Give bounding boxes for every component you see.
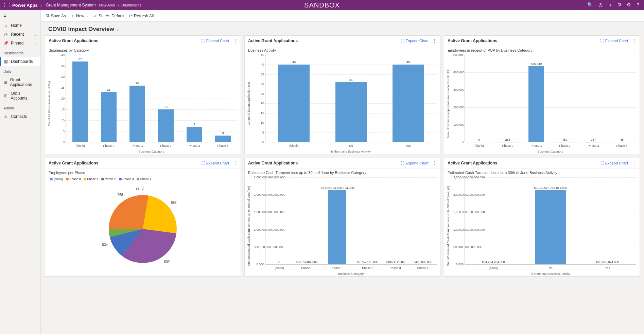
- x-axis-label: Business Category: [66, 150, 237, 153]
- sidebar-item-pinned[interactable]: 📌 Pinned ⌄: [0, 39, 40, 48]
- y-tick: 20: [254, 102, 264, 105]
- bar[interactable]: [535, 190, 566, 264]
- filter-icon[interactable]: ∇: [618, 2, 621, 8]
- pie-slice-label: 834: [102, 243, 108, 246]
- y-tick: 15: [254, 111, 264, 115]
- pie-slice-label: 97: [136, 187, 139, 190]
- sidebar-label: Grant Applications: [10, 77, 37, 87]
- bar[interactable]: [72, 61, 88, 142]
- sidebar-label: Pinned: [11, 41, 23, 46]
- search-icon[interactable]: 🔍: [587, 2, 593, 8]
- card-title: Active Grant Applications: [49, 161, 98, 165]
- sidebar-toggle-icon[interactable]: ≡: [0, 10, 40, 21]
- card-header: Active Grant Applications ⛶ Expand Chart…: [45, 158, 241, 169]
- bar-value-label: 286: [505, 138, 510, 141]
- bar[interactable]: [528, 66, 544, 142]
- bar[interactable]: [278, 65, 310, 142]
- expand-chart-button[interactable]: ⛶ Expand Chart: [600, 161, 628, 165]
- app-launcher-icon[interactable]: ⋮⋮⋮: [2, 2, 10, 8]
- y-axis-label: Sum (Estimated Cash Turnover loss up to …: [447, 186, 450, 266]
- chart-body: 051015202530354037(blank)23Phase 026Phas…: [45, 53, 241, 154]
- legend-item[interactable]: Phase 1: [84, 177, 99, 181]
- legend-item[interactable]: Phase 0: [66, 177, 81, 181]
- product-brand[interactable]: Power Apps: [12, 3, 38, 8]
- chevron-down-icon[interactable]: ⌄: [116, 27, 119, 32]
- breadcrumb-area[interactable]: New Area: [99, 3, 115, 7]
- expand-icon: ⛶: [201, 39, 205, 43]
- bar-slot: 435,849Phase 1: [522, 55, 551, 142]
- more-icon[interactable]: ⋮: [632, 161, 636, 165]
- bar-value-label: 435,849: [531, 62, 542, 66]
- expand-chart-button[interactable]: ⛶ Expand Chart: [201, 161, 229, 165]
- page-title-text: COVID Impact Overview: [48, 26, 114, 33]
- pie[interactable]: [109, 195, 177, 263]
- more-icon[interactable]: ⋮: [233, 38, 237, 43]
- expand-chart-button[interactable]: ⛶ Expand Chart: [600, 39, 628, 43]
- y-tick: 5: [254, 131, 264, 134]
- sidebar-item-orbis-accounts[interactable]: ⊞ Orbis Accounts: [0, 89, 40, 103]
- expand-chart-button[interactable]: ⛶ Expand Chart: [401, 39, 429, 43]
- bar[interactable]: [215, 136, 231, 142]
- bar[interactable]: [335, 82, 367, 142]
- bar[interactable]: [158, 109, 174, 142]
- chevron-down-icon[interactable]: ⌄: [86, 14, 89, 18]
- expand-label: Expand Chart: [406, 39, 429, 43]
- legend-item[interactable]: Phase 4: [137, 177, 152, 181]
- x-tick: Yes: [573, 266, 640, 270]
- bar-value-label: 31: [349, 78, 353, 82]
- command-refresh-all[interactable]: ⟳ Refresh All: [129, 14, 154, 18]
- bar[interactable]: [187, 127, 202, 142]
- chevron-down-icon[interactable]: ⌄: [34, 33, 37, 36]
- bar-slot: €2,747,199.000Phase 2: [354, 177, 381, 264]
- legend-item[interactable]: Phase 2: [101, 177, 116, 181]
- y-tick: 200,000: [453, 106, 464, 109]
- sidebar-item-home[interactable]: ⌂ Home: [0, 21, 40, 30]
- bar[interactable]: [393, 65, 424, 142]
- bar-value-label: €400,000.000: [414, 260, 432, 264]
- more-icon[interactable]: ⋮: [433, 161, 437, 165]
- check-icon: ✓: [94, 14, 97, 18]
- y-tick: 0: [453, 140, 464, 144]
- pie-slice-label: 0: [142, 186, 144, 190]
- add-icon[interactable]: ＋: [608, 2, 613, 8]
- bar-value-label: 40: [292, 60, 296, 64]
- card-header: Active Grant Applications ⛶ Expand Chart…: [444, 158, 640, 169]
- more-icon[interactable]: ⋮: [233, 161, 237, 165]
- bar[interactable]: [101, 92, 117, 142]
- card-title: Active Grant Applications: [49, 38, 98, 43]
- y-axis-label: Count:All (Grant Application No): [247, 82, 250, 125]
- entity-icon: ⊞: [3, 80, 7, 85]
- command-new[interactable]: ＋ New ⌄: [71, 13, 89, 19]
- app-name[interactable]: Grant Management System: [46, 3, 96, 7]
- breadcrumb-page[interactable]: Dashboards: [121, 3, 141, 7]
- bar[interactable]: [328, 190, 347, 264]
- legend-item[interactable]: (blank): [50, 177, 63, 181]
- page-title[interactable]: COVID Impact Overview ⌄: [41, 22, 644, 35]
- expand-chart-button[interactable]: ⛶ Expand Chart: [401, 161, 429, 165]
- more-icon[interactable]: ⋮: [632, 38, 636, 43]
- expand-chart-button[interactable]: ⛶ Expand Chart: [201, 39, 229, 43]
- bar[interactable]: [129, 86, 145, 142]
- sidebar-item-contacts[interactable]: ☺ Contacts: [0, 112, 40, 121]
- legend: (blank)Phase 0Phase 1Phase 2Phase 3Phase…: [47, 177, 239, 182]
- dashboard-card: Active Grant Applications ⛶ Expand Chart…: [444, 35, 640, 154]
- sidebar-item-dashboards[interactable]: ▦ Dashboards: [0, 57, 40, 66]
- legend-item[interactable]: Phase 3: [119, 177, 134, 181]
- sidebar-label: Orbis Accounts: [11, 91, 37, 101]
- help-icon[interactable]: ?: [637, 2, 639, 8]
- sidebar-label: Contacts: [11, 114, 27, 119]
- more-icon[interactable]: ⋮: [433, 38, 437, 43]
- command-label: Refresh All: [134, 14, 154, 18]
- y-tick: 1,000,000,000,000.000: [254, 228, 264, 231]
- sidebar-item-grant-applications[interactable]: ⊞ Grant Applications: [0, 75, 40, 89]
- target-icon[interactable]: ◎: [598, 2, 603, 8]
- settings-icon[interactable]: ⚙: [627, 2, 631, 8]
- sidebar-item-recent[interactable]: ◷ Recent ⌄: [0, 30, 40, 39]
- command-save-as[interactable]: 🖫 Save As: [46, 14, 66, 18]
- y-tick: 1,500,000,000,000.000: [453, 210, 464, 214]
- chevron-down-icon[interactable]: ⌄: [34, 41, 37, 45]
- chevron-down-icon[interactable]: ⌄: [40, 3, 42, 7]
- y-tick: 1,000,000,000,000.000: [453, 228, 464, 231]
- command-set-default[interactable]: ✓ Set As Default: [94, 14, 124, 18]
- y-tick: 2,000,000,000,000.000: [254, 193, 264, 196]
